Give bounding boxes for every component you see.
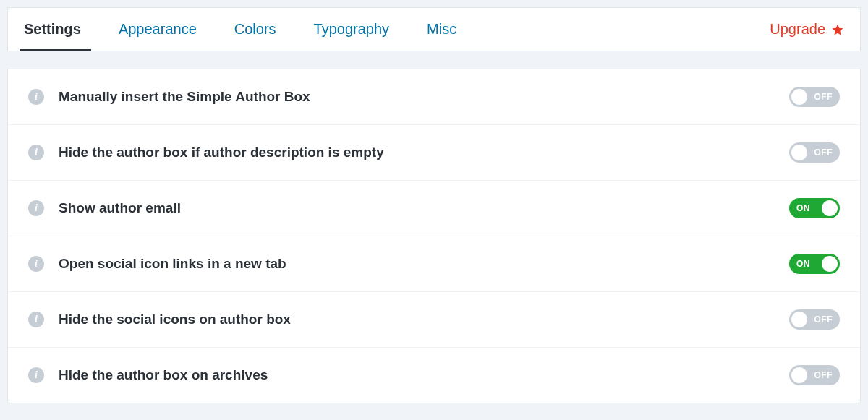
setting-row: i Hide the social icons on author box OF… bbox=[8, 292, 860, 348]
info-icon[interactable]: i bbox=[28, 367, 44, 383]
info-icon[interactable]: i bbox=[28, 200, 44, 216]
star-icon bbox=[831, 23, 844, 36]
toggle-switch[interactable]: OFF bbox=[789, 365, 840, 385]
toggle-knob bbox=[791, 89, 807, 105]
setting-label: Hide the author box if author descriptio… bbox=[59, 145, 789, 160]
tabs-list: Settings Appearance Colors Typography Mi… bbox=[8, 8, 475, 51]
info-icon[interactable]: i bbox=[28, 89, 44, 105]
setting-row: i Hide the author box if author descript… bbox=[8, 125, 860, 181]
tab-appearance[interactable]: Appearance bbox=[100, 8, 216, 51]
setting-row: i Hide the author box on archives OFF bbox=[8, 348, 860, 403]
info-icon[interactable]: i bbox=[28, 256, 44, 272]
toggle-state-label: ON bbox=[796, 203, 810, 213]
tab-typography[interactable]: Typography bbox=[295, 8, 409, 51]
toggle-knob bbox=[791, 145, 807, 160]
toggle-knob bbox=[822, 200, 838, 216]
settings-panel: i Manually insert the Simple Author Box … bbox=[7, 69, 861, 403]
toggle-state-label: OFF bbox=[814, 314, 833, 325]
info-icon[interactable]: i bbox=[28, 145, 44, 160]
info-icon[interactable]: i bbox=[28, 312, 44, 327]
toggle-switch[interactable]: ON bbox=[789, 254, 840, 274]
setting-label: Open social icon links in a new tab bbox=[59, 256, 789, 272]
toggle-switch[interactable]: OFF bbox=[789, 142, 840, 163]
toggle-knob bbox=[791, 367, 807, 383]
setting-label: Hide the social icons on author box bbox=[59, 312, 789, 327]
setting-row: i Show author email ON bbox=[8, 181, 860, 236]
toggle-state-label: OFF bbox=[814, 147, 833, 158]
toggle-switch[interactable]: OFF bbox=[789, 309, 840, 330]
toggle-switch[interactable]: OFF bbox=[789, 87, 840, 107]
setting-label: Manually insert the Simple Author Box bbox=[59, 89, 789, 105]
setting-row: i Manually insert the Simple Author Box … bbox=[8, 69, 860, 125]
upgrade-label: Upgrade bbox=[770, 21, 825, 38]
setting-row: i Open social icon links in a new tab ON bbox=[8, 236, 860, 292]
tabs-bar: Settings Appearance Colors Typography Mi… bbox=[7, 7, 861, 51]
toggle-knob bbox=[791, 312, 807, 327]
tab-settings[interactable]: Settings bbox=[8, 8, 100, 51]
toggle-state-label: OFF bbox=[814, 92, 833, 102]
toggle-state-label: ON bbox=[796, 259, 810, 269]
toggle-knob bbox=[822, 256, 838, 272]
toggle-state-label: OFF bbox=[814, 370, 833, 380]
setting-label: Hide the author box on archives bbox=[59, 367, 789, 383]
tab-misc[interactable]: Misc bbox=[408, 8, 475, 51]
tab-colors[interactable]: Colors bbox=[216, 8, 295, 51]
toggle-switch[interactable]: ON bbox=[789, 198, 840, 218]
setting-label: Show author email bbox=[59, 200, 789, 216]
upgrade-link[interactable]: Upgrade bbox=[770, 21, 844, 38]
